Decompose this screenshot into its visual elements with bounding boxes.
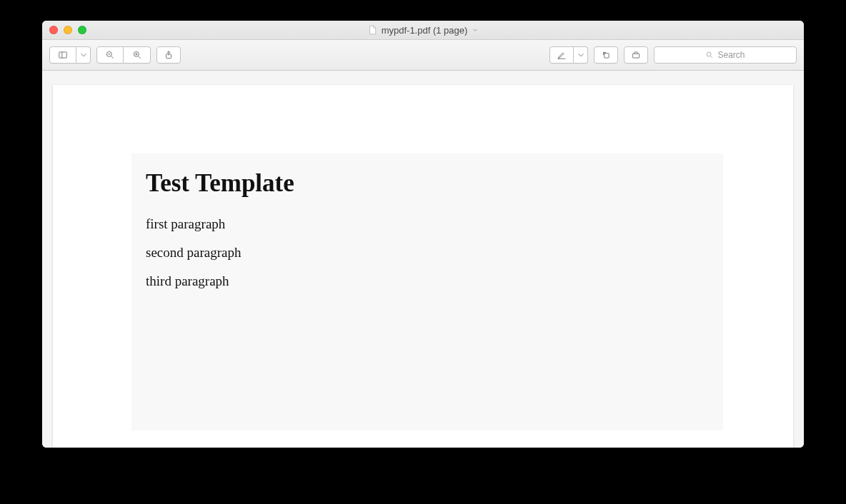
- sidebar-dropdown-button[interactable]: [76, 46, 91, 64]
- search-icon: [705, 51, 714, 59]
- document-icon: [367, 25, 377, 35]
- svg-rect-10: [604, 54, 609, 58]
- maximize-button[interactable]: [78, 26, 86, 34]
- svg-rect-0: [59, 52, 67, 58]
- svg-line-3: [111, 56, 114, 59]
- highlight-button[interactable]: [549, 46, 574, 64]
- zoom-group: [96, 46, 151, 64]
- chevron-down-icon: [79, 50, 89, 60]
- rotate-icon: [601, 50, 611, 60]
- search-placeholder: Search: [717, 50, 745, 60]
- document-paragraph: second paragraph: [146, 245, 709, 261]
- share-icon: [164, 50, 174, 60]
- svg-line-13: [711, 56, 713, 59]
- chevron-down-icon: [576, 50, 586, 60]
- document-viewport[interactable]: Test Template first paragraph second par…: [42, 71, 804, 448]
- annotate-group: [549, 46, 588, 64]
- svg-point-12: [707, 52, 711, 56]
- document-heading: Test Template: [146, 169, 709, 198]
- pdf-page: Test Template first paragraph second par…: [53, 85, 793, 448]
- title-chevron-icon[interactable]: [472, 26, 479, 34]
- preview-window: mypdf-1.pdf (1 page): [42, 21, 804, 448]
- toolbox-icon: [631, 50, 641, 60]
- sidebar-toggle-group: [49, 46, 91, 64]
- document-content: Test Template first paragraph second par…: [131, 153, 723, 430]
- zoom-in-button[interactable]: [124, 46, 151, 64]
- zoom-in-icon: [132, 50, 142, 60]
- toolbar: Search: [42, 40, 804, 71]
- zoom-out-button[interactable]: [96, 46, 124, 64]
- search-field[interactable]: Search: [654, 46, 797, 64]
- zoom-out-icon: [105, 50, 115, 60]
- highlight-dropdown-button[interactable]: [574, 46, 588, 64]
- markup-button[interactable]: [624, 46, 648, 64]
- close-button[interactable]: [49, 26, 58, 34]
- svg-line-6: [138, 56, 140, 59]
- minimize-button[interactable]: [64, 26, 72, 34]
- document-paragraph: third paragraph: [146, 273, 709, 289]
- document-paragraph: first paragraph: [146, 216, 709, 232]
- window-titlebar: mypdf-1.pdf (1 page): [42, 21, 804, 40]
- svg-rect-11: [632, 54, 639, 58]
- sidebar-icon: [58, 50, 68, 60]
- highlight-icon: [557, 50, 567, 60]
- window-controls: [42, 26, 86, 34]
- sidebar-toggle-button[interactable]: [49, 46, 76, 64]
- window-title: mypdf-1.pdf (1 page): [382, 25, 468, 36]
- rotate-button[interactable]: [594, 46, 618, 64]
- share-button[interactable]: [156, 46, 181, 64]
